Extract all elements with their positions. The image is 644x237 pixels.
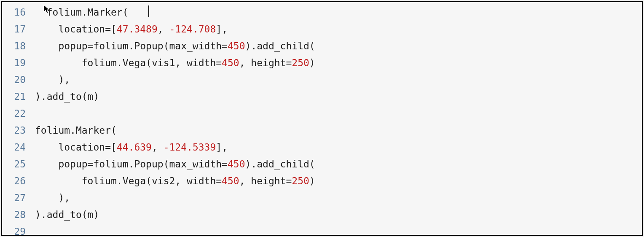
token-text: location=[ xyxy=(35,24,117,35)
code-line[interactable]: 16 folium.Marker( xyxy=(2,4,642,21)
code-content[interactable]: popup=folium.Popup(max_width=450).add_ch… xyxy=(35,156,315,172)
token-text: ).add_child( xyxy=(245,159,315,170)
code-content[interactable]: folium.Vega(vis1, width=450, height=250) xyxy=(35,54,315,71)
token-number: 450 xyxy=(228,159,245,170)
token-text: folium.Marker( xyxy=(47,7,129,18)
token-text: , xyxy=(158,24,169,35)
token-text: , height= xyxy=(239,57,292,68)
code-content[interactable]: location=[44.639, -124.5339], xyxy=(35,139,228,156)
token-number: 47.3489 xyxy=(117,24,158,35)
line-number: 26 xyxy=(2,172,35,189)
token-number: 44.639 xyxy=(117,142,152,153)
token-text: ), xyxy=(35,192,70,203)
code-line[interactable]: 17 location=[47.3489, -124.708], xyxy=(2,21,642,38)
line-number: 19 xyxy=(2,54,35,71)
token-text: folium.Marker( xyxy=(35,125,117,136)
text-caret-icon xyxy=(148,5,149,17)
token-number: 450 xyxy=(228,40,245,51)
token-text: ).add_to(m) xyxy=(35,209,99,220)
line-number: 28 xyxy=(2,206,35,223)
token-text: , height= xyxy=(239,175,292,186)
token-text: ) xyxy=(309,175,315,186)
token-text: location=[ xyxy=(35,142,117,153)
line-number: 22 xyxy=(2,105,35,122)
token-text: ).add_to(m) xyxy=(35,91,99,102)
code-line[interactable]: 21).add_to(m) xyxy=(2,88,642,105)
code-line[interactable]: 28).add_to(m) xyxy=(2,206,642,223)
code-area[interactable]: 16 folium.Marker(17 location=[47.3489, -… xyxy=(2,2,642,237)
token-number: -124.5339 xyxy=(164,142,216,153)
token-text: ], xyxy=(216,142,228,153)
token-number: 450 xyxy=(222,57,239,68)
token-number: -124.708 xyxy=(169,24,216,35)
token-text: ) xyxy=(309,57,315,68)
line-number: 20 xyxy=(2,71,35,88)
code-content[interactable]: ), xyxy=(35,71,70,88)
token-text: ), xyxy=(35,74,70,85)
line-number: 27 xyxy=(2,189,35,206)
code-line[interactable]: 23folium.Marker( xyxy=(2,122,642,139)
line-number: 23 xyxy=(2,122,35,139)
code-line[interactable]: 29 xyxy=(2,223,642,237)
code-content[interactable]: location=[47.3489, -124.708], xyxy=(35,21,228,38)
code-content[interactable]: folium.Vega(vis2, width=450, height=250) xyxy=(35,172,315,189)
line-number: 17 xyxy=(2,21,35,38)
line-number: 29 xyxy=(2,223,35,237)
code-line[interactable]: 26 folium.Vega(vis2, width=450, height=2… xyxy=(2,172,642,189)
line-number: 24 xyxy=(2,139,35,156)
code-editor[interactable]: 16 folium.Marker(17 location=[47.3489, -… xyxy=(1,1,643,236)
code-line[interactable]: 27 ), xyxy=(2,189,642,206)
code-line[interactable]: 25 popup=folium.Popup(max_width=450).add… xyxy=(2,156,642,172)
line-number: 18 xyxy=(2,38,35,54)
token-text: ], xyxy=(216,24,228,35)
token-text: popup=folium.Popup(max_width= xyxy=(35,40,228,51)
code-line[interactable]: 24 location=[44.639, -124.5339], xyxy=(2,139,642,156)
code-line[interactable]: 18 popup=folium.Popup(max_width=450).add… xyxy=(2,38,642,54)
code-content[interactable]: ).add_to(m) xyxy=(35,206,99,223)
token-number: 250 xyxy=(292,175,309,186)
token-text: folium.Vega(vis1, width= xyxy=(35,57,222,68)
code-line[interactable]: 20 ), xyxy=(2,71,642,88)
code-content[interactable]: folium.Marker( xyxy=(35,4,129,21)
token-text: popup=folium.Popup(max_width= xyxy=(35,159,228,170)
token-number: 250 xyxy=(292,57,309,68)
code-content[interactable]: ), xyxy=(35,189,70,206)
line-number: 16 xyxy=(2,4,35,21)
line-number: 25 xyxy=(2,156,35,172)
code-line[interactable]: 22 xyxy=(2,105,642,122)
token-number: 450 xyxy=(222,175,239,186)
code-content[interactable]: popup=folium.Popup(max_width=450).add_ch… xyxy=(35,38,315,54)
code-line[interactable]: 19 folium.Vega(vis1, width=450, height=2… xyxy=(2,54,642,71)
token-text: folium.Vega(vis2, width= xyxy=(35,175,222,186)
line-number: 21 xyxy=(2,88,35,105)
code-content[interactable]: folium.Marker( xyxy=(35,122,117,139)
token-text: , xyxy=(152,142,164,153)
token-text: ).add_child( xyxy=(245,40,315,51)
code-content[interactable]: ).add_to(m) xyxy=(35,88,99,105)
